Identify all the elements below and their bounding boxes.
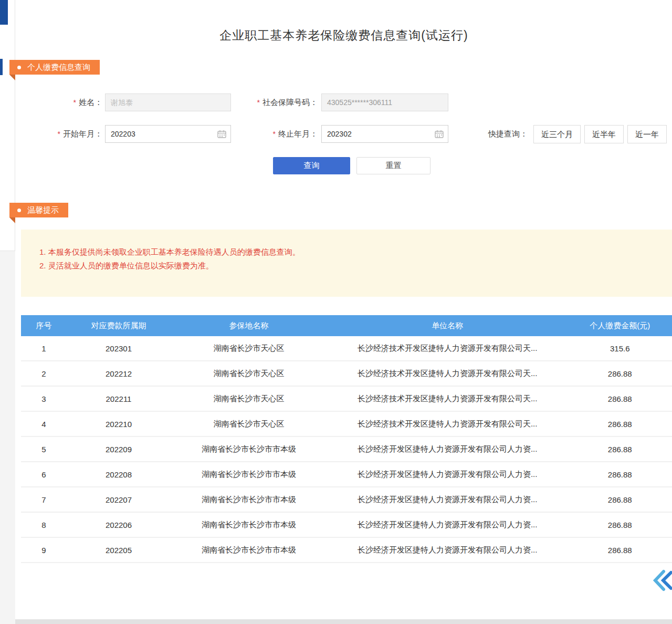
required-asterisk: * (273, 130, 276, 138)
end-month-label: *终止年月： (260, 125, 318, 143)
table-header-row: 序号对应费款所属期参保地名称单位名称个人缴费金额(元) (21, 315, 672, 336)
table-row: 6202208湖南省长沙市长沙市市本级长沙经济开发区捷特人力资源开发有限公司人力… (21, 462, 672, 487)
table-cell: 8 (21, 521, 67, 529)
quick-query-label: 快捷查询： (488, 125, 528, 143)
table-cell: 湖南省长沙市天心区 (171, 419, 327, 429)
name-input[interactable]: 谢旭泰 (105, 93, 231, 111)
start-month-value: 202203 (111, 130, 217, 138)
required-asterisk: * (257, 98, 260, 107)
table-body: 1202301湖南省长沙市天心区长沙经济技术开发区捷特人力资源开发有限公司天..… (21, 336, 672, 563)
table-cell: 286.88 (568, 470, 672, 479)
nav-active-indicator (0, 59, 3, 75)
table-cell: 5 (21, 445, 67, 454)
table-cell: 湖南省长沙市天心区 (171, 344, 327, 353)
table-cell: 202211 (67, 394, 171, 403)
table-cell: 长沙经济开发区捷特人力资源开发有限公司人力资... (327, 520, 568, 530)
table-cell: 长沙经济开发区捷特人力资源开发有限公司人力资... (327, 444, 568, 454)
ssn-label: *社会保障号码： (239, 93, 318, 111)
table-cell: 湖南省长沙市天心区 (171, 394, 327, 404)
ssn-input[interactable]: 430525******306111 (321, 93, 448, 111)
table-cell: 长沙经济开发区捷特人力资源开发有限公司人力资... (327, 545, 568, 555)
notice-box: 1. 本服务仅提供尚未领取企业职工基本养老保险待遇人员的缴费信息查询。 2. 灵… (21, 230, 672, 297)
table-cell: 湖南省长沙市长沙市市本级 (171, 495, 327, 505)
table-row: 7202207湖南省长沙市长沙市市本级长沙经济开发区捷特人力资源开发有限公司人力… (21, 487, 672, 513)
notice-line-2: 2. 灵活就业人员的缴费单位信息以实际缴费为准。 (39, 259, 662, 273)
table-row: 4202210湖南省长沙市天心区长沙经济技术开发区捷特人力资源开发有限公司天..… (21, 412, 672, 437)
table-cell: 9 (21, 546, 67, 555)
table-cell: 7 (21, 495, 67, 504)
nav-tab-indicator[interactable] (0, 0, 8, 25)
start-month-input[interactable]: 202203 (105, 125, 231, 143)
quick-query-group: 近三个月近半年近一年 (533, 125, 667, 143)
table-row: 1202301湖南省长沙市天心区长沙经济技术开发区捷特人力资源开发有限公司天..… (21, 336, 672, 361)
double-chevron-left-icon[interactable] (651, 568, 672, 592)
bottom-scroll-strip[interactable] (15, 619, 672, 624)
required-asterisk: * (74, 98, 76, 107)
section-header-tips: 温馨提示 (9, 203, 68, 217)
left-margin (0, 251, 15, 624)
table-cell: 6 (21, 470, 67, 479)
query-button[interactable]: 查询 (273, 157, 350, 174)
table-cell: 湖南省长沙市长沙市市本级 (171, 444, 327, 454)
section-header-label: 温馨提示 (27, 205, 59, 214)
table-cell: 286.88 (568, 420, 672, 429)
table-cell: 202212 (67, 369, 171, 378)
table-cell: 湖南省长沙市天心区 (171, 369, 327, 379)
table-cell: 长沙经济技术开发区捷特人力资源开发有限公司天... (327, 394, 568, 404)
table-cell: 315.6 (568, 344, 672, 353)
table-cell: 长沙经济开发区捷特人力资源开发有限公司人力资... (327, 495, 568, 505)
table-cell: 286.88 (568, 546, 672, 555)
table-cell: 286.88 (568, 394, 672, 403)
table-cell: 286.88 (568, 495, 672, 504)
column-header: 对应费款所属期 (67, 321, 171, 331)
table-cell: 202205 (67, 546, 171, 555)
quick-option-0[interactable]: 近三个月 (533, 125, 581, 143)
table-cell: 286.88 (568, 369, 672, 378)
table-cell: 湖南省长沙市长沙市市本级 (171, 545, 327, 555)
table-cell: 4 (21, 420, 67, 429)
column-header: 参保地名称 (171, 321, 327, 331)
table-cell: 202206 (67, 521, 171, 529)
table-cell: 湖南省长沙市长沙市市本级 (171, 520, 327, 530)
column-header: 单位名称 (327, 321, 568, 331)
end-month-input[interactable]: 202302 (321, 125, 448, 143)
section-header-label: 个人缴费信息查询 (27, 63, 90, 71)
table-row: 9202205湖南省长沙市长沙市市本级长沙经济开发区捷特人力资源开发有限公司人力… (21, 538, 672, 563)
table-cell: 202209 (67, 445, 171, 454)
table-row: 2202212湖南省长沙市天心区长沙经济技术开发区捷特人力资源开发有限公司天..… (21, 361, 672, 387)
end-month-value: 202302 (327, 130, 435, 138)
table-cell: 202210 (67, 420, 171, 429)
table-cell: 长沙经济技术开发区捷特人力资源开发有限公司天... (327, 419, 568, 429)
section-header-personal-payment-query: 个人缴费信息查询 (9, 60, 100, 75)
quick-option-1[interactable]: 近半年 (584, 125, 624, 143)
calendar-icon[interactable] (435, 130, 444, 138)
table-cell: 2 (21, 369, 67, 378)
table-cell: 长沙经济技术开发区捷特人力资源开发有限公司天... (327, 369, 568, 379)
table-cell: 286.88 (568, 521, 672, 529)
table-cell: 湖南省长沙市长沙市市本级 (171, 470, 327, 480)
name-label: *姓名： (45, 93, 102, 111)
required-asterisk: * (58, 130, 60, 138)
column-header: 序号 (21, 321, 67, 331)
calendar-icon[interactable] (217, 130, 226, 138)
payment-table: 序号对应费款所属期参保地名称单位名称个人缴费金额(元) 1202301湖南省长沙… (21, 315, 672, 563)
table-cell: 202207 (67, 495, 171, 504)
table-row: 8202206湖南省长沙市长沙市市本级长沙经济开发区捷特人力资源开发有限公司人力… (21, 513, 672, 538)
table-row: 3202211湖南省长沙市天心区长沙经济技术开发区捷特人力资源开发有限公司天..… (21, 387, 672, 412)
page-title: 企业职工基本养老保险缴费信息查询(试运行) (16, 27, 672, 44)
reset-button[interactable]: 重置 (356, 157, 430, 174)
table-cell: 长沙经济技术开发区捷特人力资源开发有限公司天... (327, 344, 568, 353)
start-month-label: *开始年月： (45, 125, 102, 143)
table-cell: 286.88 (568, 445, 672, 454)
table-cell: 202208 (67, 470, 171, 479)
table-row: 5202209湖南省长沙市长沙市市本级长沙经济开发区捷特人力资源开发有限公司人力… (21, 437, 672, 462)
quick-option-2[interactable]: 近一年 (627, 125, 667, 143)
table-cell: 202301 (67, 344, 171, 353)
table-cell: 长沙经济开发区捷特人力资源开发有限公司人力资... (327, 470, 568, 480)
table-cell: 1 (21, 344, 67, 353)
column-header: 个人缴费金额(元) (568, 321, 672, 331)
table-cell: 3 (21, 394, 67, 403)
notice-line-1: 1. 本服务仅提供尚未领取企业职工基本养老保险待遇人员的缴费信息查询。 (39, 245, 662, 259)
